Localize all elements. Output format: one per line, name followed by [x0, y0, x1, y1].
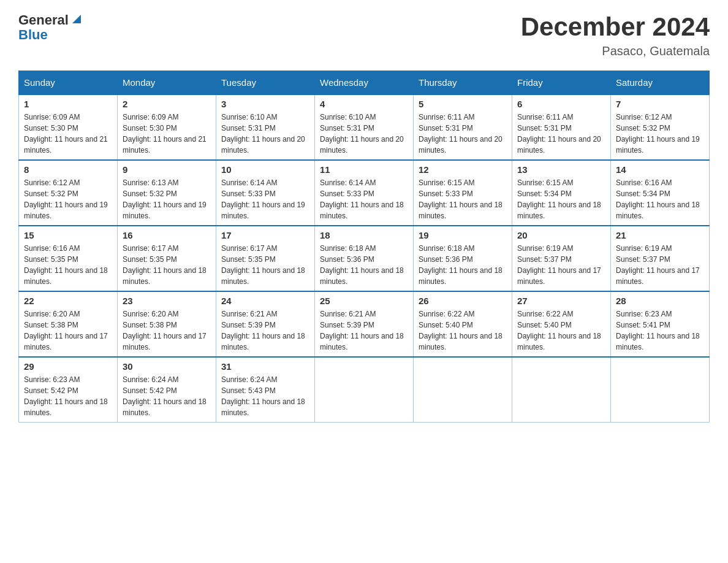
calendar-cell: 29 Sunrise: 6:23 AMSunset: 5:42 PMDaylig… [19, 357, 118, 423]
calendar-cell: 4 Sunrise: 6:10 AMSunset: 5:31 PMDayligh… [315, 94, 414, 160]
header-thursday: Thursday [414, 71, 512, 95]
calendar-table: SundayMondayTuesdayWednesdayThursdayFrid… [18, 71, 710, 423]
calendar-week-row: 8 Sunrise: 6:12 AMSunset: 5:32 PMDayligh… [19, 160, 710, 226]
calendar-cell: 10 Sunrise: 6:14 AMSunset: 5:33 PMDaylig… [216, 160, 315, 226]
day-number: 12 [419, 164, 507, 175]
day-number: 21 [616, 230, 704, 240]
calendar-cell [315, 357, 414, 423]
day-info: Sunrise: 6:24 AMSunset: 5:42 PMDaylight:… [123, 374, 211, 418]
day-number: 2 [123, 99, 211, 109]
day-info: Sunrise: 6:09 AMSunset: 5:30 PMDaylight:… [123, 112, 211, 156]
day-info: Sunrise: 6:20 AMSunset: 5:38 PMDaylight:… [24, 308, 112, 353]
calendar-cell: 21 Sunrise: 6:19 AMSunset: 5:37 PMDaylig… [611, 226, 710, 291]
calendar-cell: 3 Sunrise: 6:10 AMSunset: 5:31 PMDayligh… [216, 94, 315, 160]
day-number: 5 [419, 99, 507, 109]
calendar-cell: 5 Sunrise: 6:11 AMSunset: 5:31 PMDayligh… [414, 94, 512, 160]
day-info: Sunrise: 6:16 AMSunset: 5:34 PMDaylight:… [616, 177, 704, 221]
calendar-week-row: 22 Sunrise: 6:20 AMSunset: 5:38 PMDaylig… [19, 291, 710, 357]
day-info: Sunrise: 6:09 AMSunset: 5:30 PMDaylight:… [24, 112, 112, 156]
day-info: Sunrise: 6:15 AMSunset: 5:33 PMDaylight:… [419, 177, 507, 221]
day-info: Sunrise: 6:21 AMSunset: 5:39 PMDaylight:… [221, 308, 309, 353]
calendar-cell: 14 Sunrise: 6:16 AMSunset: 5:34 PMDaylig… [611, 160, 710, 226]
svg-marker-0 [72, 15, 81, 23]
calendar-cell: 13 Sunrise: 6:15 AMSunset: 5:34 PMDaylig… [512, 160, 611, 226]
day-info: Sunrise: 6:17 AMSunset: 5:35 PMDaylight:… [123, 243, 211, 287]
calendar-cell [512, 357, 611, 423]
day-info: Sunrise: 6:21 AMSunset: 5:39 PMDaylight:… [320, 308, 408, 353]
calendar-cell: 31 Sunrise: 6:24 AMSunset: 5:43 PMDaylig… [216, 357, 315, 423]
logo: General Blue [18, 12, 83, 43]
day-info: Sunrise: 6:11 AMSunset: 5:31 PMDaylight:… [517, 112, 605, 156]
day-number: 22 [24, 296, 112, 306]
day-info: Sunrise: 6:19 AMSunset: 5:37 PMDaylight:… [517, 243, 605, 287]
calendar-header-row: SundayMondayTuesdayWednesdayThursdayFrid… [19, 71, 710, 95]
day-info: Sunrise: 6:14 AMSunset: 5:33 PMDaylight:… [320, 177, 408, 221]
day-info: Sunrise: 6:18 AMSunset: 5:36 PMDaylight:… [419, 243, 507, 287]
calendar-cell: 25 Sunrise: 6:21 AMSunset: 5:39 PMDaylig… [315, 291, 414, 357]
day-info: Sunrise: 6:18 AMSunset: 5:36 PMDaylight:… [320, 243, 408, 287]
calendar-week-row: 1 Sunrise: 6:09 AMSunset: 5:30 PMDayligh… [19, 94, 710, 160]
day-number: 19 [419, 230, 507, 240]
day-info: Sunrise: 6:14 AMSunset: 5:33 PMDaylight:… [221, 177, 309, 221]
day-number: 16 [123, 230, 211, 240]
calendar-cell: 9 Sunrise: 6:13 AMSunset: 5:32 PMDayligh… [118, 160, 216, 226]
day-info: Sunrise: 6:13 AMSunset: 5:32 PMDaylight:… [123, 177, 211, 221]
day-info: Sunrise: 6:19 AMSunset: 5:37 PMDaylight:… [616, 243, 704, 287]
day-number: 23 [123, 296, 211, 306]
day-info: Sunrise: 6:23 AMSunset: 5:42 PMDaylight:… [24, 374, 112, 418]
month-title: December 2024 [521, 12, 710, 42]
day-number: 25 [320, 296, 408, 306]
day-info: Sunrise: 6:10 AMSunset: 5:31 PMDaylight:… [221, 112, 309, 156]
day-info: Sunrise: 6:20 AMSunset: 5:38 PMDaylight:… [123, 308, 211, 353]
day-info: Sunrise: 6:22 AMSunset: 5:40 PMDaylight:… [419, 308, 507, 353]
day-number: 3 [221, 99, 309, 109]
day-info: Sunrise: 6:11 AMSunset: 5:31 PMDaylight:… [419, 112, 507, 156]
day-number: 30 [123, 361, 211, 372]
day-number: 31 [221, 361, 309, 372]
calendar-cell: 20 Sunrise: 6:19 AMSunset: 5:37 PMDaylig… [512, 226, 611, 291]
calendar-cell: 2 Sunrise: 6:09 AMSunset: 5:30 PMDayligh… [118, 94, 216, 160]
logo-blue-text: Blue [18, 27, 48, 43]
title-section: December 2024 Pasaco, Guatemala [521, 12, 710, 58]
day-number: 13 [517, 164, 605, 175]
calendar-cell: 6 Sunrise: 6:11 AMSunset: 5:31 PMDayligh… [512, 94, 611, 160]
calendar-cell [414, 357, 512, 423]
day-info: Sunrise: 6:24 AMSunset: 5:43 PMDaylight:… [221, 374, 309, 418]
day-info: Sunrise: 6:16 AMSunset: 5:35 PMDaylight:… [24, 243, 112, 287]
day-info: Sunrise: 6:22 AMSunset: 5:40 PMDaylight:… [517, 308, 605, 353]
calendar-cell: 8 Sunrise: 6:12 AMSunset: 5:32 PMDayligh… [19, 160, 118, 226]
header-tuesday: Tuesday [216, 71, 315, 95]
day-number: 20 [517, 230, 605, 240]
day-number: 24 [221, 296, 309, 306]
calendar-cell [611, 357, 710, 423]
calendar-cell: 15 Sunrise: 6:16 AMSunset: 5:35 PMDaylig… [19, 226, 118, 291]
day-number: 17 [221, 230, 309, 240]
day-number: 1 [24, 99, 112, 109]
calendar-cell: 23 Sunrise: 6:20 AMSunset: 5:38 PMDaylig… [118, 291, 216, 357]
header-sunday: Sunday [19, 71, 118, 95]
day-number: 14 [616, 164, 704, 175]
day-info: Sunrise: 6:10 AMSunset: 5:31 PMDaylight:… [320, 112, 408, 156]
location-label: Pasaco, Guatemala [521, 44, 710, 58]
day-number: 15 [24, 230, 112, 240]
page-header: General Blue December 2024 Pasaco, Guate… [18, 12, 710, 58]
day-number: 4 [320, 99, 408, 109]
day-number: 11 [320, 164, 408, 175]
header-monday: Monday [118, 71, 216, 95]
header-saturday: Saturday [611, 71, 710, 95]
calendar-cell: 16 Sunrise: 6:17 AMSunset: 5:35 PMDaylig… [118, 226, 216, 291]
day-number: 10 [221, 164, 309, 175]
calendar-cell: 18 Sunrise: 6:18 AMSunset: 5:36 PMDaylig… [315, 226, 414, 291]
day-number: 9 [123, 164, 211, 175]
calendar-week-row: 15 Sunrise: 6:16 AMSunset: 5:35 PMDaylig… [19, 226, 710, 291]
logo-triangle-icon [70, 12, 83, 26]
calendar-cell: 28 Sunrise: 6:23 AMSunset: 5:41 PMDaylig… [611, 291, 710, 357]
day-number: 28 [616, 296, 704, 306]
day-number: 7 [616, 99, 704, 109]
day-info: Sunrise: 6:17 AMSunset: 5:35 PMDaylight:… [221, 243, 309, 287]
day-number: 8 [24, 164, 112, 175]
calendar-cell: 24 Sunrise: 6:21 AMSunset: 5:39 PMDaylig… [216, 291, 315, 357]
header-wednesday: Wednesday [315, 71, 414, 95]
day-number: 27 [517, 296, 605, 306]
day-number: 6 [517, 99, 605, 109]
